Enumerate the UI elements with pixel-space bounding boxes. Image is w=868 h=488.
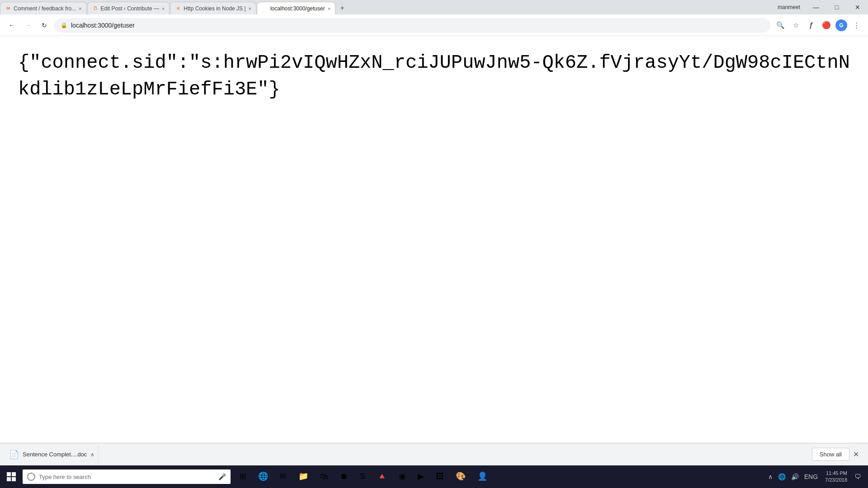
tray-lang: ENG	[802, 473, 820, 480]
tab-strip: ✉Comment / feedback fro...×🗒Edit Post ‹ …	[0, 0, 772, 14]
taskbar-item-folder[interactable]: 📁	[293, 465, 314, 488]
tab-favicon	[262, 5, 268, 12]
edge-icon: 🌐	[258, 471, 268, 481]
tab-close-button[interactable]: ×	[162, 6, 165, 11]
taskbar-items: ⊞🌐✉📁🛍⏺S🔺◉▶🖼🎨👤	[231, 465, 761, 488]
json-response: {"connect.sid":"s:hrwPi2vIQwHZxN_rciJUPu…	[18, 50, 850, 103]
photos-icon: 🖼	[436, 472, 444, 481]
tab-label: Comment / feedback fro...	[14, 5, 76, 12]
lock-icon: 🔒	[61, 22, 67, 28]
taskbar-item-photos[interactable]: 🖼	[430, 465, 449, 488]
task-view-icon: ⊞	[240, 471, 246, 481]
tab-favicon: 🗒	[92, 5, 99, 12]
download-filename: Sentence Complet....doc	[23, 451, 87, 458]
tab-label: Http Cookies in Node JS |	[184, 5, 245, 12]
taskbar-item-sublime[interactable]: S	[354, 465, 371, 488]
mic-icon: 🎤	[218, 473, 226, 480]
maximize-button[interactable]: □	[826, 0, 847, 14]
store-icon: 🛍	[320, 472, 328, 481]
profile-button[interactable]: G	[835, 19, 847, 31]
tab-tab3[interactable]: ✕Http Cookies in Node JS |×	[170, 2, 256, 14]
vlc-icon: 🔺	[377, 471, 387, 481]
taskbar-item-vlc[interactable]: 🔺	[372, 465, 392, 488]
rf-icon-btn[interactable]: ƒ	[805, 19, 817, 32]
tab-close-button[interactable]: ×	[79, 6, 81, 11]
taskbar-item-mail[interactable]: ✉	[274, 465, 292, 488]
tab-label: localhost:3000/getuser	[270, 5, 325, 12]
search-icon-btn[interactable]: 🔍	[774, 19, 787, 32]
download-close-button[interactable]: ✕	[849, 448, 863, 460]
media-icon: ⏺	[340, 472, 348, 481]
tray-time: 11:45 PM	[825, 470, 847, 477]
download-bar: 📄 Sentence Complet....doc ∧ Show all ✕	[0, 443, 868, 465]
system-tray: ∧ 🌐 🔊 ENG 11:45 PM 7/23/2018 🗨	[761, 465, 868, 488]
sublime-icon: S	[360, 472, 365, 481]
tray-chevron[interactable]: ∧	[766, 473, 774, 480]
bookmark-icon-btn[interactable]: ☆	[789, 19, 802, 32]
forward-button[interactable]: →	[22, 19, 34, 32]
tray-clock[interactable]: 11:45 PM 7/23/2018	[821, 470, 851, 484]
download-chevron[interactable]: ∧	[90, 451, 94, 458]
tray-network[interactable]: 🌐	[776, 473, 788, 480]
tab-close-button[interactable]: ×	[249, 6, 251, 11]
taskbar-item-people[interactable]: 👤	[472, 465, 493, 488]
people-icon: 👤	[477, 471, 487, 481]
tab-favicon: ✕	[175, 5, 181, 12]
title-bar: ✉Comment / feedback fro...×🗒Edit Post ‹ …	[0, 0, 868, 14]
taskbar-item-paint[interactable]: 🎨	[450, 465, 471, 488]
show-all-button[interactable]: Show all	[812, 448, 849, 461]
search-placeholder: Type here to search	[39, 474, 215, 480]
chrome-icon: ◉	[399, 471, 406, 481]
reload-button[interactable]: ↻	[38, 19, 51, 32]
taskbar: Type here to search 🎤 ⊞🌐✉📁🛍⏺S🔺◉▶🖼🎨👤 ∧ 🌐 …	[0, 465, 868, 488]
windows-icon	[7, 472, 16, 481]
taskbar-item-task-view[interactable]: ⊞	[234, 465, 252, 488]
address-bar: ← → ↻ 🔒 localhost:3000/getuser 🔍 ☆ ƒ 🔴 G…	[0, 14, 868, 36]
back-button[interactable]: ←	[5, 19, 18, 32]
address-input[interactable]: 🔒 localhost:3000/getuser	[54, 18, 770, 33]
user-name: manmeet	[772, 4, 806, 10]
taskbar-item-store[interactable]: 🛍	[315, 465, 334, 488]
tab-tab1[interactable]: ✉Comment / feedback fro...×	[0, 2, 87, 14]
tray-date: 7/23/2018	[825, 477, 847, 483]
close-button[interactable]: ✕	[847, 0, 868, 14]
url-text: localhost:3000/getuser	[71, 22, 764, 29]
mail-icon: ✉	[280, 471, 287, 481]
tab-favicon: ✉	[5, 5, 11, 12]
taskbar-item-terminal[interactable]: ▶	[412, 465, 429, 488]
download-item: 📄 Sentence Complet....doc ∧	[5, 446, 99, 464]
tray-volume[interactable]: 🔊	[789, 473, 801, 480]
new-tab-button[interactable]: +	[336, 2, 349, 14]
tab-tab2[interactable]: 🗒Edit Post ‹ Contribute —×	[87, 2, 170, 14]
taskbar-item-media[interactable]: ⏺	[335, 465, 354, 488]
search-icon	[27, 473, 35, 481]
tray-notification[interactable]: 🗨	[853, 473, 863, 480]
start-button[interactable]	[0, 465, 23, 488]
folder-icon: 📁	[298, 471, 308, 481]
menu-button[interactable]: ⋮	[850, 19, 863, 32]
taskbar-search[interactable]: Type here to search 🎤	[23, 469, 231, 484]
tab-close-button[interactable]: ×	[328, 6, 330, 11]
window-controls: manmeet — □ ✕	[772, 0, 868, 14]
taskbar-item-edge[interactable]: 🌐	[253, 465, 274, 488]
paint-icon: 🎨	[456, 471, 466, 481]
tab-tab4[interactable]: localhost:3000/getuser×	[257, 2, 335, 14]
doc-icon: 📄	[9, 450, 19, 460]
tab-label: Edit Post ‹ Contribute —	[101, 5, 159, 12]
extension-icon[interactable]: 🔴	[820, 19, 833, 32]
minimize-button[interactable]: —	[806, 0, 826, 14]
terminal-icon: ▶	[418, 471, 424, 481]
address-icons: 🔍 ☆ ƒ 🔴 G ⋮	[774, 19, 863, 32]
page-content: {"connect.sid":"s:hrwPi2vIQwHZxN_rciJUPu…	[0, 36, 868, 443]
taskbar-item-chrome[interactable]: ◉	[393, 465, 411, 488]
